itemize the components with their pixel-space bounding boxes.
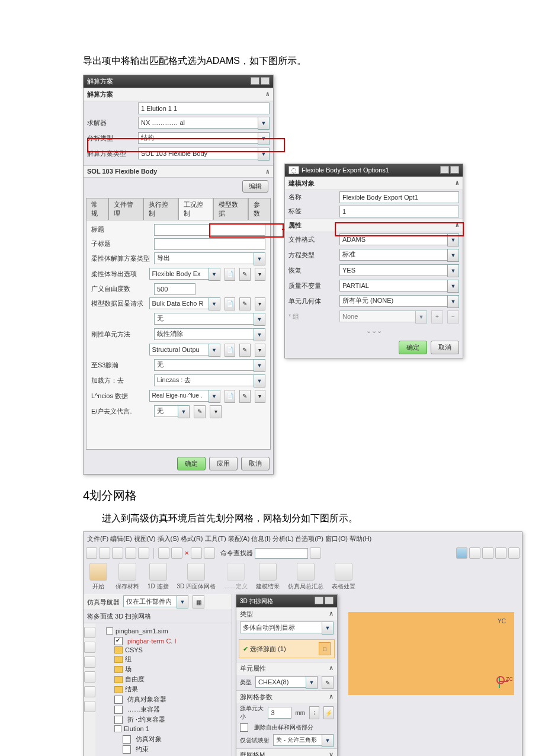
stepper-icon[interactable]: ⁝ (309, 706, 319, 719)
toolbar-icon[interactable] (204, 547, 215, 559)
tree-fem[interactable]: pingbar-term C. I (127, 638, 177, 645)
toolbar-icon[interactable] (508, 547, 520, 559)
only-map-combo[interactable]: 关 - 允许三角形 (273, 734, 322, 746)
dropdown-icon[interactable]: ▼ (306, 676, 318, 689)
size-input[interactable]: 3 (268, 707, 291, 719)
ribbon-icon[interactable] (149, 563, 167, 581)
new-icon[interactable]: 📄 (225, 297, 235, 310)
solution-name-input[interactable]: 1 Elution 1 1 (138, 102, 270, 114)
toolbar-icon[interactable]: ▦ (193, 595, 204, 608)
tab-file-mgmt[interactable]: 文件管理 (108, 198, 143, 220)
dropdown-icon[interactable]: ▼ (209, 297, 220, 310)
main-toolbar[interactable]: ✕ 命令查找器 (84, 546, 522, 560)
select-face-label[interactable]: 选择源面 (1) (250, 645, 286, 652)
dropdown-icon[interactable]: ▼ (209, 390, 220, 403)
struct-out-combo[interactable]: Structural Outpu (149, 344, 209, 355)
tag-input[interactable]: 1 (339, 206, 459, 217)
flex-soltype-combo[interactable]: 导出 (154, 252, 254, 264)
collapse-icon[interactable]: ∧ (455, 221, 459, 230)
dropdown-icon[interactable]: ▼ (447, 280, 459, 293)
toolbar-icon[interactable] (125, 547, 136, 559)
edit-button[interactable]: 编辑 (242, 180, 268, 193)
window-controls[interactable] (313, 597, 334, 606)
chevron-down-icon[interactable]: ▾ (255, 268, 265, 281)
chevron-down-icon[interactable]: ▾ (255, 344, 265, 357)
dropdown-icon[interactable]: ▼ (258, 117, 270, 130)
tab-general[interactable]: 常规 (86, 198, 108, 220)
edit-icon[interactable]: ✎ (322, 676, 334, 689)
edit-icon[interactable]: ✎ (239, 390, 250, 403)
more-toggle[interactable]: ⌄⌄⌄ (285, 325, 463, 337)
tab-exec-ctrl[interactable]: 执行控制 (143, 198, 178, 220)
dropdown-icon[interactable]: ▼ (209, 268, 220, 281)
lanczos-combo[interactable]: Real Eige-nu-^lue . (149, 390, 209, 402)
sidebar-icon[interactable] (84, 671, 95, 683)
dropdown-icon[interactable]: ▼ (254, 374, 265, 387)
title-input[interactable] (154, 224, 265, 236)
analysis-type-combo[interactable]: 结构 (138, 132, 258, 144)
mass-inv-combo[interactable]: PARTIAL (339, 280, 447, 291)
toolbar-icon[interactable] (86, 547, 97, 559)
ribbon-icon[interactable] (187, 563, 205, 581)
bulk-echo-combo[interactable]: Bulk Data Echo R (149, 297, 209, 309)
none-combo-3[interactable]: 无 (154, 405, 178, 417)
solution-type-combo[interactable]: SOL 103 Flexible Body (138, 148, 258, 159)
tree-solution[interactable]: Elution 1 (124, 725, 149, 732)
ribbon-icon[interactable] (335, 563, 352, 581)
none-combo-2[interactable]: 无 (154, 359, 254, 371)
tree-item[interactable]: 组 (125, 655, 132, 664)
toolbar-icon[interactable] (191, 547, 202, 559)
recover-combo[interactable]: YES (339, 264, 447, 276)
toolbar-icon[interactable] (171, 547, 182, 559)
chevron-down-icon[interactable]: ▾ (210, 405, 222, 418)
tree-item[interactable]: 仿真对象 (136, 735, 162, 744)
edit-icon[interactable]: ✎ (239, 268, 250, 281)
chevron-down-icon[interactable]: ▾ (255, 297, 265, 310)
viewport-3d[interactable]: YC ZC (348, 612, 514, 695)
sim-tree[interactable]: pingban_sim1.sim pingbar-term C. I CSYS … (95, 623, 232, 756)
dropdown-icon[interactable]: ▼ (254, 359, 265, 372)
new-icon[interactable]: 📄 (225, 344, 235, 357)
tree-item[interactable]: CSYS (125, 646, 143, 654)
dropdown-icon[interactable]: ▼ (447, 249, 459, 262)
tree-item[interactable]: 结果 (125, 685, 138, 694)
tree-item[interactable]: 场 (125, 665, 132, 674)
dropdown-icon[interactable]: ▼ (254, 313, 265, 326)
new-icon[interactable]: 📄 (225, 268, 235, 281)
eq-type-combo[interactable]: 标准 (339, 249, 447, 261)
window-controls[interactable] (249, 77, 270, 86)
sidebar-icon[interactable] (84, 656, 95, 668)
collapse-icon[interactable]: ∧ (265, 168, 270, 175)
menu-bar[interactable]: 文件(F) 编辑(E) 视图(V) 插入(S) 格式(R) 工具(T) 装配(A… (84, 532, 522, 546)
toolbar-icon[interactable] (469, 547, 480, 559)
sidebar-icon[interactable] (84, 627, 95, 638)
sidebar-icon[interactable] (84, 686, 95, 697)
ok-button[interactable]: 确定 (399, 341, 427, 354)
gdof-input[interactable]: 500 (154, 283, 195, 295)
dropdown-icon[interactable]: ▼ (177, 595, 188, 608)
cancel-button[interactable]: 取消 (241, 457, 270, 470)
none-combo-1[interactable]: 无 (154, 313, 254, 325)
collapse-icon[interactable]: ∧ (455, 179, 459, 188)
dropdown-icon[interactable]: ▼ (178, 405, 190, 418)
dropdown-icon[interactable]: ▼ (258, 148, 270, 161)
tree-item[interactable]: 仿真对象容器 (127, 695, 166, 704)
filter-combo[interactable]: 仅在工作部件内 (123, 595, 177, 607)
tree-item[interactable]: 折 ·:约束容器 (127, 715, 165, 724)
subtitle-input[interactable] (154, 238, 265, 250)
free-mesh-checkbox-label[interactable]: 删除自由样和网格部分 (254, 723, 313, 732)
tab-params[interactable]: 参数 (248, 198, 271, 220)
dropdown-icon[interactable]: ▼ (254, 252, 265, 265)
dropdown-icon[interactable]: ▼ (447, 264, 459, 277)
tab-model-data[interactable]: 模型数据 (213, 198, 248, 220)
tree-root[interactable]: pingban_sim1.sim (116, 627, 168, 635)
tree-item[interactable]: ……束容器 (127, 705, 160, 714)
cancel-button[interactable]: 取消 (431, 341, 459, 354)
edit-icon[interactable]: ✎ (239, 344, 250, 357)
dropdown-icon[interactable]: ▼ (209, 344, 220, 357)
name-input[interactable]: Flexible Body Export Opt1 (339, 191, 459, 203)
add-method-combo[interactable]: Linczas : 去 (154, 374, 254, 386)
toolbar-icon[interactable] (112, 547, 123, 559)
dropdown-icon[interactable]: ▼ (447, 295, 459, 308)
apply-button[interactable]: 应用 (209, 457, 238, 470)
